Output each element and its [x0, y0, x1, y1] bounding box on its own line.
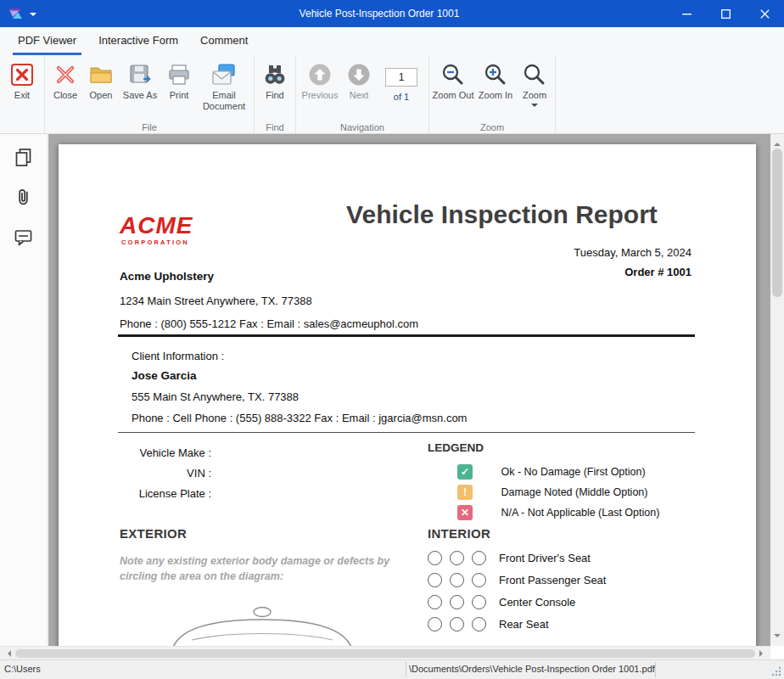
navigation-pane: [0, 134, 48, 646]
find-label: Find: [266, 90, 283, 101]
ribbon-group-navigation: Previous Next of 1 Navigation: [296, 55, 429, 133]
find-button[interactable]: Find: [257, 58, 293, 101]
order-number: Order # 1001: [624, 266, 692, 278]
pdf-page: ACME CORPORATION Vehicle Inspection Repo…: [59, 144, 756, 646]
minimize-button[interactable]: [667, 0, 706, 27]
radio-na[interactable]: [472, 573, 486, 587]
interior-row-front-passenger: Front Passenger Seat: [428, 572, 606, 587]
interior-row-rear-seat: Rear Seat: [428, 616, 549, 631]
radio-ok[interactable]: [428, 617, 442, 631]
cross-icon: ✕: [457, 505, 473, 520]
scroll-left-arrow-icon[interactable]: [4, 650, 11, 657]
status-separator: [655, 662, 656, 677]
horizontal-scroll-thumb[interactable]: [15, 649, 755, 658]
save-as-icon: [127, 62, 153, 87]
radio-damage[interactable]: [450, 617, 464, 631]
email-document-button[interactable]: Email Document: [197, 58, 251, 112]
zoom-dropdown-caret-icon: [531, 104, 538, 110]
maximize-icon: [721, 9, 731, 19]
radio-ok[interactable]: [428, 551, 442, 565]
interior-item-label: Front Driver's Seat: [499, 552, 591, 564]
print-button[interactable]: Print: [161, 58, 197, 101]
report-date: Tuesday, March 5, 2024: [574, 246, 692, 259]
email-document-label: Email Document: [197, 90, 251, 112]
legend-na-label: N/A - Not Applicable (Last Option): [501, 507, 659, 519]
tab-interactive-form[interactable]: Interactive Form: [87, 27, 189, 55]
ribbon-group-find: Find Find: [255, 55, 296, 133]
tab-comment[interactable]: Comment: [189, 27, 259, 55]
radio-damage[interactable]: [450, 595, 464, 609]
vertical-scrollbar[interactable]: [770, 134, 784, 646]
open-label: Open: [90, 90, 113, 101]
interior-row-center-console: Center Console: [428, 594, 575, 609]
maximize-button[interactable]: [706, 0, 745, 27]
acme-logo-subtitle: CORPORATION: [121, 238, 189, 246]
radio-na[interactable]: [472, 595, 486, 609]
vertical-scroll-thumb[interactable]: [772, 149, 782, 297]
ribbon-toolbar: Exit Close Open: [0, 55, 784, 134]
paperclip-icon: [13, 187, 34, 208]
client-address: 555 Main St Anywhere, TX. 77388: [132, 390, 299, 403]
zoom-in-button[interactable]: Zoom In: [474, 58, 517, 101]
group-label-navigation: Navigation: [296, 122, 428, 132]
group-label-find: Find: [255, 122, 295, 132]
open-folder-icon: [88, 62, 114, 87]
ribbon-tab-bar: PDF Viewer Interactive Form Comment: [0, 27, 784, 55]
horizontal-scrollbar[interactable]: [0, 646, 770, 659]
exit-icon: [9, 62, 35, 87]
scroll-right-arrow-icon[interactable]: [759, 650, 766, 657]
legend-item-na: ✕ N/A - Not Applicable (Last Option): [457, 504, 659, 519]
close-document-button[interactable]: Close: [48, 58, 83, 101]
divider-thin: [118, 432, 695, 433]
legend-heading: LEDGEND: [428, 441, 484, 454]
vehicle-make-label: Vehicle Make :: [126, 446, 211, 459]
exit-button[interactable]: Exit: [3, 58, 42, 101]
radio-na[interactable]: [472, 617, 486, 631]
previous-icon: [307, 62, 333, 87]
zoom-dropdown-button[interactable]: Zoom: [517, 58, 552, 110]
car-diagram: [148, 604, 377, 646]
comments-button[interactable]: [12, 225, 36, 249]
zoom-label: Zoom: [523, 90, 546, 101]
acme-logo: ACME: [120, 214, 193, 238]
exterior-note: Note any existing exterior body damage o…: [120, 553, 401, 584]
email-document-icon: [211, 62, 237, 87]
scroll-down-arrow-icon[interactable]: [774, 634, 781, 641]
open-button[interactable]: Open: [83, 58, 119, 101]
next-page-button[interactable]: Next: [341, 58, 377, 101]
status-user-path: C:\Users: [4, 664, 41, 674]
company-name: Acme Upholstery: [120, 270, 214, 283]
divider-thick: [118, 334, 695, 337]
save-as-label: Save As: [123, 90, 157, 101]
title-bar: Vehicle Post-Inspection Order 1001: [0, 0, 784, 27]
resize-grip[interactable]: [770, 665, 782, 677]
binoculars-icon: [262, 62, 288, 87]
page-number-input[interactable]: [385, 68, 417, 87]
interior-row-front-driver: Front Driver's Seat: [428, 550, 591, 565]
comment-bubble-icon: [13, 227, 34, 248]
app-logo-icon[interactable]: [8, 6, 24, 22]
tab-pdf-viewer[interactable]: PDF Viewer: [7, 27, 87, 55]
app-menu-caret-icon[interactable]: [30, 13, 36, 20]
exclamation-icon: !: [457, 485, 473, 500]
ribbon-group-file: Close Open Save As: [45, 55, 255, 133]
document-viewport[interactable]: ACME CORPORATION Vehicle Inspection Repo…: [48, 134, 770, 646]
save-as-button[interactable]: Save As: [119, 58, 161, 101]
check-icon: ✓: [457, 464, 473, 480]
radio-damage[interactable]: [450, 573, 464, 587]
page-thumbnails-button[interactable]: [12, 145, 36, 169]
attachments-button[interactable]: [12, 185, 36, 209]
radio-ok[interactable]: [428, 573, 442, 587]
radio-na[interactable]: [472, 551, 486, 565]
ribbon-group-exit: Exit: [0, 55, 45, 133]
legend-item-damage: ! Damage Noted (Middle Option): [457, 484, 647, 499]
scroll-up-arrow-icon[interactable]: [774, 139, 781, 146]
status-separator: [406, 662, 406, 677]
radio-ok[interactable]: [428, 595, 442, 609]
close-window-button[interactable]: [745, 0, 784, 27]
zoom-out-button[interactable]: Zoom Out: [432, 58, 474, 101]
previous-page-button[interactable]: Previous: [299, 58, 341, 101]
exit-label: Exit: [14, 90, 30, 101]
print-label: Print: [170, 90, 189, 101]
radio-damage[interactable]: [450, 551, 464, 565]
